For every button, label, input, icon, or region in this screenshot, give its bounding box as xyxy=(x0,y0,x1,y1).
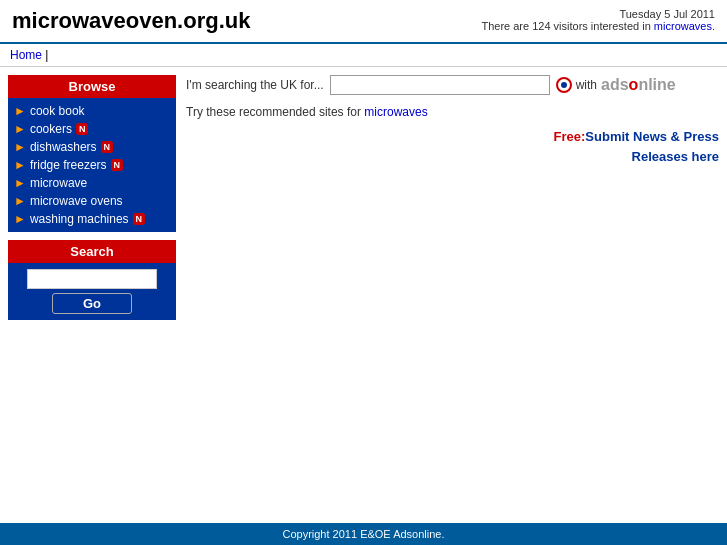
ads-online-logo: adsonline xyxy=(601,76,676,94)
microwaves-link[interactable]: microwaves xyxy=(654,20,712,32)
search-input[interactable] xyxy=(27,269,157,289)
radio-with-label: with adsonline xyxy=(556,76,676,94)
recommended-prefix: Try these recommended sites for xyxy=(186,105,361,119)
nav-separator: | xyxy=(45,48,48,62)
arrow-icon: ► xyxy=(14,212,26,226)
new-badge: N xyxy=(133,213,146,225)
new-badge: N xyxy=(76,123,89,135)
sidebar-item-fridge-freezers[interactable]: fridge freezers xyxy=(30,158,107,172)
date-text: Tuesday 5 Jul 2011 xyxy=(481,8,715,20)
sidebar-item-washing-machines[interactable]: washing machines xyxy=(30,212,129,226)
visitor-text: There are 124 visitors interested in xyxy=(481,20,650,32)
sidebar-item-microwave-ovens[interactable]: microwave ovens xyxy=(30,194,123,208)
new-badge: N xyxy=(101,141,114,153)
new-badge: N xyxy=(111,159,124,171)
online-text: nline xyxy=(638,76,675,93)
arrow-icon: ► xyxy=(14,158,26,172)
search-go-button[interactable]: Go xyxy=(52,293,132,314)
uk-search-input[interactable] xyxy=(330,75,550,95)
arrow-icon: ► xyxy=(14,194,26,208)
home-link[interactable]: Home xyxy=(10,48,42,62)
search-uk-label: I'm searching the UK for... xyxy=(186,78,324,92)
ads-text: ads xyxy=(601,76,629,93)
list-item: ► fridge freezers N xyxy=(8,156,176,174)
site-title: microwaveoven.org.uk xyxy=(12,8,250,34)
recommended-row: Try these recommended sites for microwav… xyxy=(186,105,719,119)
search-header: Search xyxy=(8,240,176,263)
sidebar-item-cook-book[interactable]: cook book xyxy=(30,104,85,118)
ads-o: o xyxy=(629,76,639,93)
sidebar-item-dishwashers[interactable]: dishwashers xyxy=(30,140,97,154)
browse-list: ► cook book ► cookers N ► dishwashers N … xyxy=(8,98,176,232)
submit-text: Submit News & Press xyxy=(585,129,719,144)
recommended-link[interactable]: microwaves xyxy=(364,105,427,119)
list-item: ► cookers N xyxy=(8,120,176,138)
press-line2: Releases here xyxy=(186,147,719,167)
sidebar-item-microwave[interactable]: microwave xyxy=(30,176,87,190)
arrow-icon: ► xyxy=(14,176,26,190)
free-text: Free: xyxy=(554,129,586,144)
radio-icon[interactable] xyxy=(556,77,572,93)
arrow-icon: ► xyxy=(14,104,26,118)
main-content: Browse ► cook book ► cookers N ► dishwas… xyxy=(0,67,727,328)
search-body: Go xyxy=(8,263,176,320)
list-item: ► cook book xyxy=(8,102,176,120)
content-area: I'm searching the UK for... with adsonli… xyxy=(186,75,719,166)
list-item: ► microwave ovens xyxy=(8,192,176,210)
search-section: Search Go xyxy=(8,240,176,320)
sidebar-item-cookers[interactable]: cookers xyxy=(30,122,72,136)
sidebar: Browse ► cook book ► cookers N ► dishwas… xyxy=(8,75,176,320)
search-bar-row: I'm searching the UK for... with adsonli… xyxy=(186,75,719,95)
header: microwaveoven.org.uk Tuesday 5 Jul 2011 … xyxy=(0,0,727,44)
nav-bar: Home | xyxy=(0,44,727,67)
with-label: with xyxy=(576,78,597,92)
browse-header: Browse xyxy=(8,75,176,98)
press-release: Free:Submit News & Press Releases here xyxy=(186,127,719,166)
list-item: ► dishwashers N xyxy=(8,138,176,156)
visitor-info: There are 124 visitors interested in mic… xyxy=(481,20,715,32)
arrow-icon: ► xyxy=(14,122,26,136)
press-line1: Free:Submit News & Press xyxy=(186,127,719,147)
arrow-icon: ► xyxy=(14,140,26,154)
list-item: ► washing machines N xyxy=(8,210,176,228)
header-info: Tuesday 5 Jul 2011 There are 124 visitor… xyxy=(481,8,715,32)
list-item: ► microwave xyxy=(8,174,176,192)
